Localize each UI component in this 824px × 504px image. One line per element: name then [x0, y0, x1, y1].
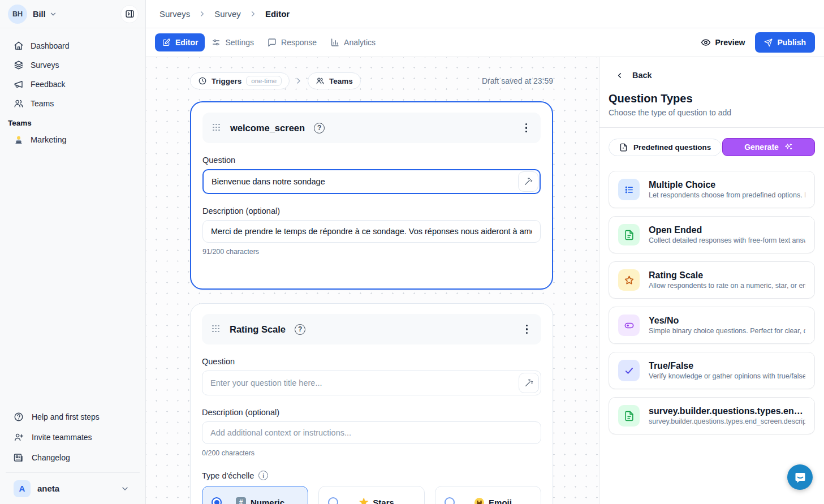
tab-response[interactable]: Response: [261, 33, 323, 51]
tab-editor[interactable]: Editor: [155, 33, 205, 51]
technologist-emoji-icon: [14, 135, 24, 145]
chevron-left-icon: [615, 71, 624, 80]
tab-analytics[interactable]: Analytics: [323, 33, 382, 51]
type-card-open-ended[interactable]: Open Ended Collect detailed responses wi…: [609, 216, 815, 253]
workspace-avatar[interactable]: BH: [8, 5, 27, 24]
sidebar-item-feedback[interactable]: Feedback: [6, 75, 140, 94]
main-area: Surveys Survey Editor Editor Settings Re…: [146, 0, 824, 504]
question-types-panel: Back Question Types Choose the type of q…: [599, 57, 824, 504]
description-label: Description (optional): [202, 206, 541, 216]
help-circle-icon[interactable]: ?: [314, 123, 325, 133]
breadcrumb-survey[interactable]: Survey: [214, 9, 241, 19]
sidebar-item-surveys[interactable]: Surveys: [6, 55, 140, 75]
magic-wand-button[interactable]: [519, 373, 539, 393]
generate-button[interactable]: Generate: [722, 138, 815, 156]
scale-option-stars[interactable]: ★ Stars: [318, 486, 425, 504]
radio-unselected: [445, 497, 455, 504]
type-description: survey.builder.questions.types.end_scree…: [649, 417, 805, 425]
type-card-end-screen[interactable]: survey.builder.questions.types.end_scr..…: [609, 397, 815, 434]
chevron-right-icon: [294, 76, 303, 85]
type-description: Allow respondents to rate on a numeric, …: [649, 282, 805, 290]
magic-wand-icon: [524, 177, 533, 186]
chevron-right-icon: [198, 10, 206, 18]
type-card-rating-scale[interactable]: Rating Scale Allow respondents to rate o…: [609, 261, 815, 299]
tab-label: Analytics: [344, 38, 376, 47]
kebab-menu-icon[interactable]: [523, 321, 531, 337]
type-title: Yes/No: [649, 316, 805, 326]
sidebar-item-help[interactable]: Help and first steps: [6, 407, 140, 427]
breadcrumb-surveys[interactable]: Surveys: [159, 9, 190, 19]
chevron-down-icon[interactable]: [49, 10, 57, 18]
sidebar-item-label: Feedback: [31, 80, 65, 89]
question-title-input[interactable]: [202, 169, 541, 194]
file-text-icon: [618, 405, 640, 427]
sidebar-item-marketing[interactable]: Marketing: [0, 130, 145, 150]
back-label: Back: [632, 71, 652, 80]
editor-toolbar: Editor Settings Response Analytics Previ…: [146, 28, 824, 57]
back-button[interactable]: Back: [609, 71, 815, 80]
preview-button[interactable]: Preview: [701, 37, 745, 48]
type-card-true-false[interactable]: True/False Verify knowledge or gather op…: [609, 352, 815, 389]
layers-icon: [14, 60, 24, 70]
newspaper-icon: [14, 453, 24, 463]
tab-label: Response: [281, 38, 317, 47]
description-input[interactable]: [202, 220, 541, 243]
account-menu[interactable]: A aneta: [6, 472, 140, 504]
tab-settings[interactable]: Settings: [205, 33, 261, 51]
sparkles-icon: [784, 143, 793, 152]
type-title: Rating Scale: [649, 270, 805, 281]
predefined-label: Predefined questions: [633, 143, 711, 152]
scale-option-label: Emoji: [489, 498, 512, 504]
scale-option-emoji[interactable]: Emoji: [435, 486, 541, 504]
type-title: True/False: [649, 361, 805, 371]
sidebar-footer: Help and first steps Invite teammates Ch…: [0, 403, 145, 504]
type-title: survey.builder.questions.types.end_scr..…: [649, 406, 805, 416]
teams-chip[interactable]: Teams: [308, 72, 361, 89]
breadcrumb-editor: Editor: [265, 9, 290, 19]
sidebar-item-changelog[interactable]: Changelog: [6, 447, 140, 468]
panel-title: Question Types: [609, 92, 815, 105]
description-label: Description (optional): [202, 408, 541, 417]
type-card-multiple-choice[interactable]: Multiple Choice Let respondents choose f…: [609, 171, 815, 208]
help-circle-icon[interactable]: ?: [295, 324, 305, 335]
drag-handle-icon[interactable]: [213, 124, 221, 132]
team-label: Marketing: [31, 135, 67, 144]
tab-label: Settings: [225, 38, 254, 47]
publish-button[interactable]: Publish: [755, 32, 815, 53]
account-avatar: A: [14, 480, 31, 497]
scale-option-numeric[interactable]: # Numeric: [202, 486, 308, 504]
type-title: Multiple Choice: [649, 180, 805, 190]
generate-label: Generate: [744, 143, 779, 152]
chat-widget-button[interactable]: [787, 464, 813, 490]
check-icon: [618, 360, 640, 381]
sidebar-item-label: Help and first steps: [32, 412, 100, 421]
question-card-rating-scale[interactable]: Rating Scale ? Question Description (opt…: [190, 303, 553, 504]
magic-wand-button[interactable]: [518, 171, 538, 192]
drag-handle-icon[interactable]: [212, 325, 221, 334]
draft-status: Draft saved at 23:59: [482, 76, 553, 85]
predefined-questions-button[interactable]: Predefined questions: [609, 139, 722, 156]
panel-toggle-icon: [125, 9, 135, 19]
users-icon: [316, 76, 325, 85]
info-icon[interactable]: i: [258, 471, 268, 480]
sidebar-item-label: Dashboard: [31, 41, 70, 50]
sidebar-collapse-button[interactable]: [120, 5, 139, 23]
smiley-emoji-icon: [474, 498, 484, 504]
scale-option-label: Numeric: [251, 498, 284, 504]
char-count: 91/200 characters: [202, 248, 541, 256]
kebab-menu-icon[interactable]: [522, 120, 530, 136]
hash-keycap-icon: #: [236, 497, 246, 504]
divider: [599, 127, 824, 128]
type-card-yes-no[interactable]: Yes/No Simple binary choice questions. P…: [609, 307, 815, 344]
triggers-chip[interactable]: Triggers one-time: [190, 72, 290, 89]
sidebar-item-invite[interactable]: Invite teammates: [6, 427, 140, 447]
sidebar-item-dashboard[interactable]: Dashboard: [6, 36, 140, 55]
question-card-welcome-screen[interactable]: welcome_screen ? Question Description (o…: [190, 101, 553, 290]
sidebar-nav: Dashboard Surveys Feedback Teams: [0, 28, 145, 113]
scale-type-options: # Numeric ★ Stars: [202, 486, 541, 504]
workspace-name[interactable]: Bill: [33, 10, 46, 19]
sidebar-item-teams[interactable]: Teams: [6, 94, 140, 113]
char-count: 0/200 characters: [202, 449, 541, 457]
question-title-input[interactable]: [202, 371, 541, 395]
description-input[interactable]: [202, 421, 541, 444]
